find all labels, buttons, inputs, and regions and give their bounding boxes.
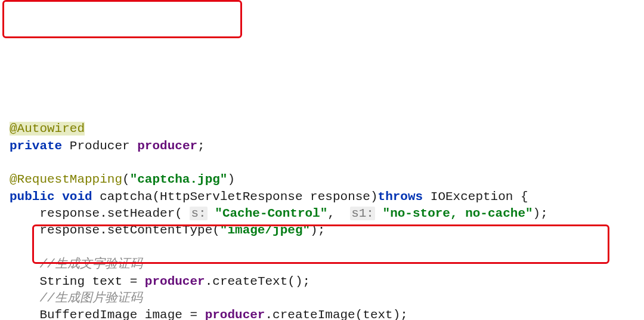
field-producer: producer bbox=[137, 139, 197, 153]
comment-1: //生成文字验证码 bbox=[10, 257, 143, 271]
kw-throws: throws bbox=[378, 190, 423, 204]
kw-private: private bbox=[10, 139, 62, 153]
field-producer-1: producer bbox=[145, 275, 205, 288]
hint-s1: s1: bbox=[350, 207, 375, 220]
type-producer: Producer bbox=[70, 139, 130, 153]
code-block: @Autowired private Producer producer; @R… bbox=[10, 121, 644, 320]
str-captcha: "captcha.jpg" bbox=[130, 173, 228, 186]
str-nocache: "no-store, no-cache" bbox=[383, 207, 533, 220]
kw-void: void bbox=[62, 190, 92, 204]
hint-s: s: bbox=[190, 207, 207, 220]
highlight-box-1 bbox=[2, 0, 242, 38]
field-producer-2: producer bbox=[205, 308, 265, 320]
str-cachecontrol: "Cache-Control" bbox=[215, 207, 327, 220]
method-sig: captcha(HttpServletResponse response) bbox=[100, 190, 377, 204]
annotation-requestmapping: @RequestMapping bbox=[10, 173, 122, 186]
kw-public: public bbox=[10, 190, 55, 204]
str-jpeg: "image/jpeg" bbox=[220, 223, 310, 237]
comment-2: //生成图片验证码 bbox=[10, 291, 143, 305]
annotation-autowired: @Autowired bbox=[10, 122, 85, 136]
